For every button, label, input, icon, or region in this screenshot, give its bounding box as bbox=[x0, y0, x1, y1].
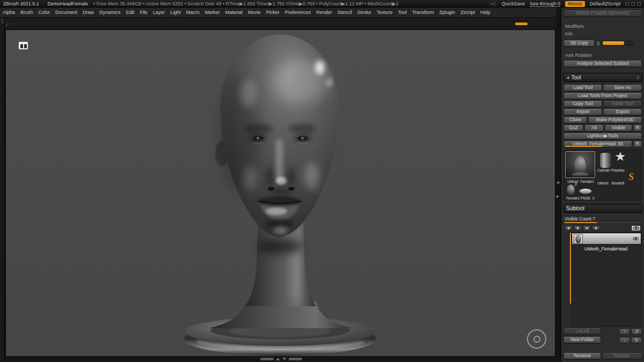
paste-tool-button[interactable]: Paste Tool bbox=[603, 100, 642, 107]
default-zscript-button[interactable]: DefaultZScript bbox=[590, 1, 620, 6]
rotate-cw-button[interactable]: ↻ bbox=[631, 337, 642, 343]
visible-count-slider[interactable] bbox=[565, 222, 641, 223]
menu-draw[interactable]: Draw bbox=[80, 10, 97, 15]
active-tool-r-button[interactable]: R bbox=[633, 141, 642, 147]
divider-collapse-left-icon[interactable]: ◀ bbox=[557, 180, 559, 184]
subtool-all-eye-button[interactable] bbox=[631, 225, 641, 231]
menu-marker[interactable]: Marker bbox=[202, 10, 223, 15]
window-icon-3[interactable] bbox=[637, 2, 641, 6]
subtool-item-thumbnail[interactable] bbox=[574, 234, 583, 243]
thumbnail-label-simpleb: UMesh_ SimpleB bbox=[597, 181, 627, 185]
menu-edit[interactable]: Edit bbox=[123, 10, 137, 15]
menu-movie[interactable]: Movie bbox=[245, 10, 264, 15]
menu-zscript[interactable]: Zscript bbox=[458, 10, 478, 15]
panel-divider[interactable]: ◀ ▶ bbox=[556, 8, 561, 362]
goz-all-button[interactable]: All bbox=[584, 124, 604, 131]
menu-texture[interactable]: Texture bbox=[374, 10, 396, 15]
load-tool-button[interactable]: Load Tool bbox=[564, 84, 602, 91]
thumbnail-female1-head[interactable] bbox=[567, 184, 575, 195]
window-icon-1[interactable] bbox=[625, 2, 629, 6]
make-polymesh3d-button[interactable]: Make PolyMesh3D bbox=[588, 116, 642, 123]
menu-stencil[interactable]: Stencil bbox=[335, 10, 355, 15]
clone-button[interactable]: Clone bbox=[564, 116, 587, 123]
subtool-toggle-2[interactable] bbox=[574, 225, 582, 231]
new-folder-button[interactable]: New Folder bbox=[564, 336, 601, 343]
sculpting-canvas[interactable] bbox=[5, 29, 555, 357]
simplebrush-logo-icon[interactable]: S bbox=[628, 172, 634, 183]
tool-section-header[interactable]: ◀ Tool ↺ bbox=[563, 73, 642, 82]
thumbnail-pm3d-ellipse[interactable] bbox=[579, 188, 592, 194]
goz-button[interactable]: GoZ bbox=[564, 124, 583, 131]
menu-light[interactable]: Light bbox=[167, 10, 184, 15]
delete-posable-symmetry-button[interactable]: Delete Posable Symmetry bbox=[564, 10, 642, 17]
window-controls[interactable] bbox=[625, 2, 641, 6]
window-icon-2[interactable] bbox=[631, 2, 635, 6]
3d-copy-button[interactable]: 3D Copy bbox=[564, 40, 595, 47]
menu-preferences[interactable]: Preferences bbox=[282, 10, 314, 15]
goz-label: GoZ bbox=[569, 125, 578, 130]
analyze-selected-subtool-button[interactable]: Analyze Selected Subtool bbox=[564, 60, 642, 67]
left-tray-strip[interactable] bbox=[0, 8, 5, 362]
subtool-section-header[interactable]: Subtool bbox=[563, 204, 642, 213]
menu-render[interactable]: Render bbox=[313, 10, 335, 15]
subtool-list[interactable]: UMesh_FemaleHead bbox=[571, 232, 642, 327]
divider-expand-right-icon[interactable]: ▶ bbox=[557, 194, 559, 198]
camera-nav-circle-icon[interactable] bbox=[527, 329, 546, 349]
menu-color[interactable]: Color bbox=[36, 10, 53, 15]
subtool-item-selected[interactable] bbox=[572, 233, 641, 245]
list-all-button[interactable]: List All bbox=[564, 328, 601, 335]
thumbnail-umesh-femalehead[interactable] bbox=[565, 151, 595, 178]
tool-collapse-icon[interactable]: ◀ bbox=[566, 76, 569, 80]
scroll-segment-left[interactable] bbox=[260, 358, 274, 360]
see-through-slider[interactable]: See-through 0 bbox=[530, 1, 560, 7]
scroll-down-arrow-icon[interactable] bbox=[282, 358, 287, 360]
quicksave-button[interactable]: QuickSave bbox=[501, 1, 525, 6]
import-button[interactable]: Import bbox=[564, 108, 602, 115]
subtool-toggle-4[interactable] bbox=[592, 225, 600, 231]
subtool-toggle-3[interactable] bbox=[583, 225, 591, 231]
goz-visible-button[interactable]: Visible bbox=[605, 124, 632, 131]
tool-reset-icon[interactable]: ↺ bbox=[636, 76, 639, 80]
menu-document[interactable]: Document bbox=[53, 10, 80, 15]
save-as-button[interactable]: Save As bbox=[603, 84, 642, 91]
menu-material[interactable]: Material bbox=[223, 10, 245, 15]
export-button[interactable]: Export bbox=[603, 108, 642, 115]
lightbox-tools-button[interactable]: Lightbox▶Tools bbox=[564, 132, 642, 139]
menu-picker[interactable]: Picker bbox=[264, 10, 282, 15]
rotate-ccw-button[interactable]: ↺ bbox=[631, 328, 642, 335]
tray-drag-handle[interactable] bbox=[515, 23, 528, 25]
menu-file[interactable]: File bbox=[137, 10, 150, 15]
menu-layer[interactable]: Layer bbox=[150, 10, 168, 15]
menu-stroke[interactable]: Stroke bbox=[355, 10, 374, 15]
scroll-segment-right[interactable] bbox=[289, 358, 302, 360]
sculpted-head-model[interactable] bbox=[6, 30, 555, 357]
move-down-button[interactable]: ↓ bbox=[619, 337, 630, 343]
goz-r-label: R bbox=[636, 125, 639, 130]
move-up-button[interactable]: ↑ bbox=[619, 328, 630, 335]
scroll-up-arrow-icon[interactable] bbox=[276, 358, 280, 360]
load-tools-from-project-button[interactable]: Load Tools From Project bbox=[564, 92, 642, 99]
s-slider-fill bbox=[603, 41, 624, 45]
s-slider[interactable] bbox=[602, 41, 633, 46]
goz-visible-label: Visible bbox=[612, 125, 625, 130]
menu-help[interactable]: Help bbox=[478, 10, 493, 15]
copy-tool-button[interactable]: Copy Tool bbox=[564, 100, 602, 107]
active-tool-button[interactable]: UMesh_FemaleHead. 50 bbox=[564, 141, 632, 147]
menu-dynamics[interactable]: Dynamics bbox=[97, 10, 123, 15]
subtool-toggle-1[interactable] bbox=[565, 225, 573, 231]
menu-alpha[interactable]: Alpha bbox=[0, 10, 18, 15]
menu-transform[interactable]: Transform bbox=[409, 10, 437, 15]
subtool-visibility-eye-icon[interactable] bbox=[632, 237, 639, 241]
menu-macro[interactable]: Macro bbox=[184, 10, 202, 15]
menu-tool[interactable]: Tool bbox=[395, 10, 409, 15]
thumbnail-cylinder[interactable] bbox=[599, 152, 611, 168]
goz-r-button[interactable]: R bbox=[633, 124, 642, 131]
star-tool-icon[interactable]: ★ bbox=[614, 149, 626, 164]
menu-zplugin[interactable]: Zplugin bbox=[437, 10, 458, 15]
rename-button[interactable]: Rename bbox=[564, 352, 601, 359]
reorder-button[interactable]: Reorder bbox=[602, 352, 642, 359]
menus-toggle-button[interactable]: Menus bbox=[565, 1, 585, 7]
menu-brush[interactable]: Brush bbox=[18, 10, 36, 15]
canvas-bottom-scrollbar[interactable] bbox=[260, 358, 302, 360]
canvas-document-icon[interactable] bbox=[19, 42, 28, 49]
